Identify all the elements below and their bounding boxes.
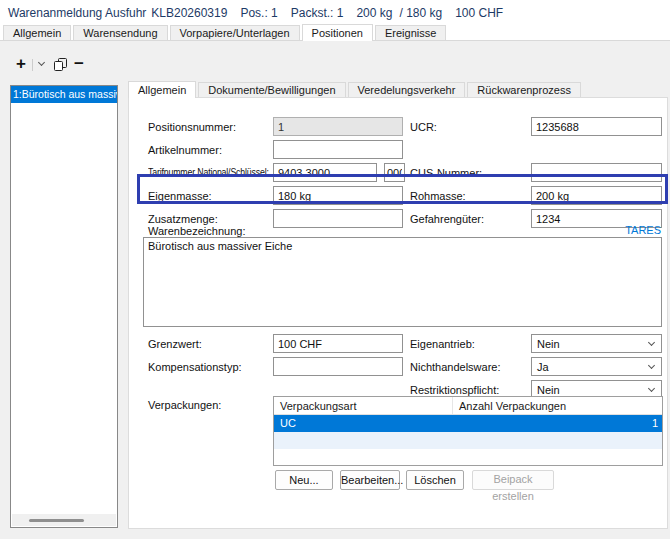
loeschen-button[interactable]: Löschen [406, 470, 464, 490]
plus-icon: + [16, 54, 26, 74]
restriktionspflicht-label: Restriktionspflicht: [410, 384, 499, 396]
tab-dokumente-bewilligungen[interactable]: Dokumente/Bewilligungen [198, 82, 345, 97]
anzahl-verpackungen-cell: 1 [453, 415, 662, 432]
nichthandelsware-select[interactable]: Ja [531, 357, 662, 376]
remove-position-button[interactable]: − [72, 56, 86, 72]
chevron-down-icon [648, 362, 655, 369]
grenzwert-label: Grenzwert: [148, 338, 202, 350]
horizontal-scrollbar[interactable] [12, 514, 116, 526]
tarif-schluessel-field[interactable] [384, 163, 405, 182]
warenbezeichnung-label: Warenbezeichnung: [148, 225, 245, 237]
gefahrengueter-label: Gefahrengüter: [410, 213, 484, 225]
chevron-down-icon [37, 59, 44, 66]
net-mass: / 180 kg [399, 6, 442, 20]
kompensationstyp-field[interactable] [273, 357, 403, 376]
position-list-item-label: 1:Bürotisch aus massiver [13, 88, 117, 100]
rohmasse-label: Rohmasse: [410, 190, 466, 202]
minus-icon: − [74, 54, 84, 74]
artikelnummer-field[interactable] [273, 140, 403, 159]
grenzwert-field[interactable] [273, 334, 403, 353]
gross-mass: 200 kg [356, 6, 392, 20]
warenbezeichnung-field[interactable]: Bürotisch aus massiver Eiche [143, 237, 662, 327]
verpackungsart-cell: UC [274, 415, 453, 432]
table-row-empty [274, 432, 662, 449]
nichthandelsware-label: Nichthandelsware: [410, 361, 501, 373]
rohmasse-field[interactable] [531, 186, 662, 205]
chevron-down-icon [648, 385, 655, 392]
tab-detail-allgemein[interactable]: Allgemein [128, 81, 196, 98]
column-header-verpackungsart[interactable]: Verpackungsart [274, 397, 453, 414]
table-row-empty [274, 449, 662, 466]
chevron-down-icon [648, 339, 655, 346]
tab-vorpapiere-unterlagen[interactable]: Vorpapiere/Unterlagen [170, 25, 300, 40]
zusatzmenge-label: Zusatzmenge: [148, 213, 218, 225]
tab-positionen[interactable]: Positionen [302, 24, 373, 41]
bearbeiten-button[interactable]: Bearbeiten... [340, 470, 400, 490]
eigenantrieb-label: Eigenantrieb: [410, 338, 475, 350]
window: Warenanmeldung Ausfuhr KLB20260319 Pos.:… [0, 0, 670, 539]
tab-warensendung[interactable]: Warensendung [73, 25, 167, 40]
eigenantrieb-select[interactable]: Nein [531, 334, 662, 353]
tab-allgemein[interactable]: Allgemein [3, 25, 71, 40]
zusatzmenge-field[interactable] [273, 209, 403, 228]
verpackungen-table: Verpackungsart Anzahl Verpackungen UC 1 [273, 396, 663, 466]
package-count: Packst.: 1 [291, 6, 344, 20]
positionsnummer-label: Positionsnummer: [148, 121, 236, 133]
total-amount: 100 CHF [455, 6, 503, 20]
scrollbar-thumb[interactable] [29, 519, 84, 522]
add-position-button[interactable]: + [13, 56, 29, 72]
declaration-number: KLB20260319 [151, 6, 227, 20]
positionsnummer-field [273, 117, 403, 136]
position-list-item[interactable]: 1:Bürotisch aus massiver [11, 86, 117, 103]
restriktionspflicht-value: Nein [537, 384, 560, 396]
tab-veredelungsverkehr[interactable]: Veredelungsverkehr [348, 82, 466, 97]
cus-nummer-field[interactable] [531, 163, 662, 182]
detail-tab-bar: Allgemein Dokumente/Bewilligungen Verede… [128, 81, 583, 97]
eigenmasse-field[interactable] [273, 186, 403, 205]
artikelnummer-label: Artikelnummer: [148, 144, 222, 156]
toolbar-separator [32, 59, 33, 71]
table-row[interactable]: UC 1 [274, 415, 662, 432]
neu-button[interactable]: Neu... [275, 470, 333, 490]
add-position-dropdown-button[interactable] [35, 56, 47, 72]
eigenantrieb-value: Nein [537, 338, 560, 350]
tarifnummer-label: Tarifnummer National/Schlüssel: [148, 167, 269, 178]
nichthandelsware-value: Ja [537, 361, 549, 373]
column-header-anzahl-verpackungen[interactable]: Anzahl Verpackungen [453, 397, 662, 414]
position-list: 1:Bürotisch aus massiver [10, 85, 118, 528]
ucr-field[interactable] [531, 117, 662, 136]
cus-nummer-label: CUS-Nummer: [410, 167, 482, 179]
tarifnummer-field[interactable] [273, 163, 377, 182]
verpackungen-table-header: Verpackungsart Anzahl Verpackungen [274, 397, 662, 415]
tares-link[interactable]: TARES [625, 224, 661, 236]
duplicate-position-button[interactable] [51, 56, 69, 72]
eigenmasse-label: Eigenmasse: [148, 190, 212, 202]
beipack-erstellen-button: Beipack erstellen [472, 470, 554, 490]
copy-pages-icon [53, 57, 68, 72]
verpackungen-label: Verpackungen: [148, 399, 221, 411]
tab-rueckwarenprozess[interactable]: Rückwarenprozess [467, 82, 581, 97]
app-title: Warenanmeldung Ausfuhr [8, 6, 146, 20]
main-tab-bar: Allgemein Warensendung Vorpapiere/Unterl… [3, 24, 448, 40]
ucr-label: UCR: [410, 121, 437, 133]
window-title: Warenanmeldung Ausfuhr KLB20260319 Pos.:… [8, 5, 516, 21]
tab-ereignisse[interactable]: Ereignisse [375, 25, 446, 40]
kompensationstyp-label: Kompensationstyp: [148, 361, 242, 373]
position-count: Pos.: 1 [240, 6, 277, 20]
